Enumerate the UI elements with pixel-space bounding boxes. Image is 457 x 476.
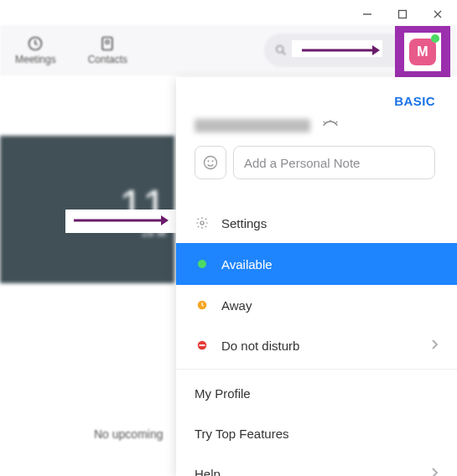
settings-label: Settings xyxy=(221,216,267,230)
status-away[interactable]: Away xyxy=(176,285,457,325)
annotation-arrow-to-settings xyxy=(72,213,169,228)
status-available-icon xyxy=(195,256,210,272)
menu-item-try-top-features[interactable]: Try Top Features xyxy=(176,413,457,453)
profile-avatar-button[interactable]: M xyxy=(409,39,436,65)
menu-item-my-profile[interactable]: My Profile xyxy=(176,373,457,413)
help-label: Help xyxy=(195,467,221,477)
contacts-icon xyxy=(99,35,116,52)
gear-icon xyxy=(195,215,210,230)
svg-line-15 xyxy=(336,122,338,123)
svg-point-7 xyxy=(277,46,283,53)
svg-point-18 xyxy=(212,160,214,162)
menu-item-help[interactable]: Help xyxy=(176,453,457,476)
chevron-right-icon xyxy=(431,467,439,477)
toolbar-meetings-label: Meetings xyxy=(15,54,56,65)
svg-rect-22 xyxy=(200,344,205,346)
emoji-picker-button[interactable] xyxy=(195,146,226,179)
svg-point-6 xyxy=(106,40,109,44)
clock-icon xyxy=(27,35,44,52)
toolbar-contacts[interactable]: Contacts xyxy=(88,35,127,65)
toolbar-meetings[interactable]: Meetings xyxy=(15,35,56,65)
status-dnd-icon xyxy=(195,338,210,353)
my-profile-label: My Profile xyxy=(195,386,251,401)
svg-rect-1 xyxy=(399,11,407,18)
menu-item-settings[interactable]: Settings xyxy=(176,203,457,243)
menu-divider xyxy=(176,369,457,370)
chevron-right-icon xyxy=(431,339,439,353)
smiley-icon xyxy=(202,154,219,171)
try-top-label: Try Top Features xyxy=(195,427,289,441)
toolbar-contacts-label: Contacts xyxy=(88,54,127,65)
search-icon xyxy=(274,44,288,57)
status-available-label: Available xyxy=(221,257,273,272)
annotation-arrow-to-avatar xyxy=(300,42,380,59)
window-close-button[interactable] xyxy=(432,8,444,20)
no-upcoming-label: No upcoming xyxy=(94,427,164,441)
window-maximize-button[interactable] xyxy=(397,8,408,20)
presence-indicator-icon xyxy=(431,34,439,43)
status-available[interactable]: Available xyxy=(176,243,457,285)
svg-point-19 xyxy=(200,221,204,225)
window-minimize-button[interactable] xyxy=(361,8,373,20)
visibility-toggle-icon[interactable] xyxy=(322,120,339,132)
svg-marker-10 xyxy=(372,45,380,55)
svg-point-17 xyxy=(208,160,210,162)
svg-point-16 xyxy=(205,157,217,169)
status-away-label: Away xyxy=(221,298,252,313)
account-tier-badge: BASIC xyxy=(394,94,435,108)
annotation-avatar-highlight: M xyxy=(395,26,450,78)
status-dnd[interactable]: Do not disturb xyxy=(176,325,457,365)
svg-line-13 xyxy=(324,122,325,123)
profile-dropdown-panel: BASIC Settings Available Away xyxy=(176,77,457,476)
status-dnd-label: Do not disturb xyxy=(221,339,299,353)
status-away-icon xyxy=(195,298,210,313)
account-email xyxy=(195,119,310,132)
svg-marker-12 xyxy=(161,215,169,225)
personal-note-input[interactable] xyxy=(233,146,435,179)
svg-line-8 xyxy=(283,52,285,54)
avatar-initial: M xyxy=(417,44,428,60)
